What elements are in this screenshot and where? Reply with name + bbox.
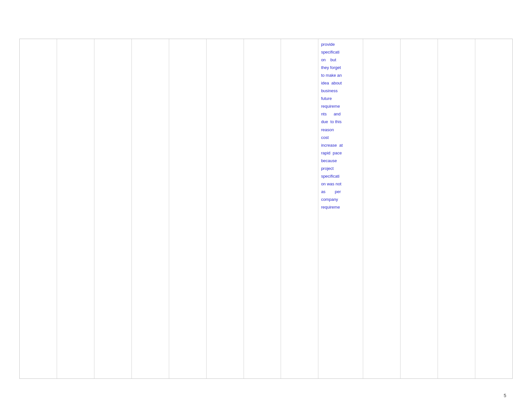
text-line: as per: [321, 188, 362, 196]
text-line: rapid pace: [321, 149, 362, 157]
table-col-2: [57, 39, 94, 378]
text-line: company: [321, 196, 362, 203]
text-line: specificati: [321, 48, 362, 56]
table-col-5: [169, 39, 207, 378]
table-col-12: [438, 39, 475, 378]
cell-text-content: providespecification butthey forgetto ma…: [321, 39, 362, 211]
table-col-1: [20, 39, 57, 378]
page-number: 5: [504, 393, 506, 398]
text-line: on was not: [321, 180, 362, 188]
text-line: project: [321, 165, 362, 172]
table-col-11: [401, 39, 438, 378]
text-line: specificati: [321, 172, 362, 180]
text-line: requireme: [321, 103, 362, 110]
text-line: requireme: [321, 203, 362, 211]
text-line: future: [321, 95, 362, 103]
text-line: provide: [321, 41, 362, 48]
table-col-10: [363, 39, 401, 378]
page: providespecification butthey forgetto ma…: [0, 0, 532, 411]
table-col-7: [244, 39, 281, 378]
table-col-8: [281, 39, 318, 378]
table-col-13: [475, 39, 512, 378]
table-col-4: [132, 39, 169, 378]
table-area: providespecification butthey forgetto ma…: [19, 39, 513, 379]
table-grid: providespecification butthey forgetto ma…: [20, 39, 512, 378]
text-line: to make an: [321, 72, 362, 79]
text-line: cost: [321, 134, 362, 142]
text-line: because: [321, 157, 362, 165]
text-line: business: [321, 87, 362, 95]
text-line: due to this: [321, 118, 362, 126]
text-line: idea about: [321, 79, 362, 87]
table-col-text: providespecification butthey forgetto ma…: [318, 39, 363, 378]
text-line: nts and: [321, 110, 362, 118]
text-line: they forget: [321, 64, 362, 72]
text-line: reason: [321, 126, 362, 134]
text-line: on but: [321, 56, 362, 64]
table-col-6: [207, 39, 244, 378]
table-col-3: [94, 39, 132, 378]
text-line: increase at: [321, 142, 362, 149]
